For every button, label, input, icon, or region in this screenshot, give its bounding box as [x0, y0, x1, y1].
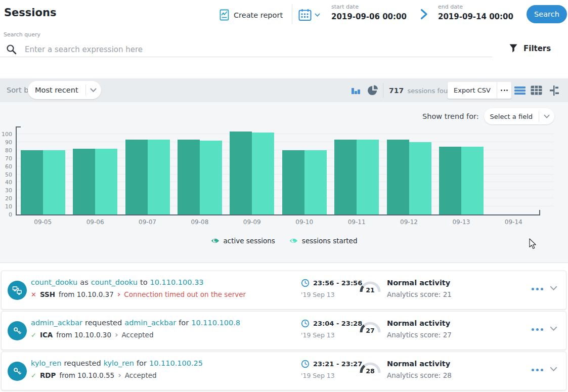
- session-activity: Normal activity Analytics score: 28: [387, 360, 452, 379]
- export-csv-button[interactable]: Export CSV: [448, 86, 497, 94]
- flow-view-icon[interactable]: [548, 85, 559, 96]
- trend-field-select[interactable]: Select a field: [484, 108, 554, 124]
- bar-active-sessions: [387, 140, 409, 214]
- session-activity: Normal activity Analytics score: 21: [387, 279, 452, 298]
- key-icon: [8, 321, 27, 340]
- y-axis-tick-label: 80: [5, 147, 12, 154]
- bar-active-sessions: [73, 149, 95, 214]
- legend-sessions-started[interactable]: sessions started: [289, 237, 358, 245]
- create-report-label: Create report: [234, 11, 283, 19]
- sort-select[interactable]: Most recent: [28, 81, 101, 99]
- activity-label: Normal activity: [387, 319, 452, 327]
- more-actions-button[interactable]: [532, 328, 543, 331]
- session-account-link[interactable]: admin_ackbar: [124, 319, 176, 327]
- header-divider: [292, 4, 292, 24]
- session-target-link[interactable]: 10.110.100.8: [191, 319, 240, 327]
- score-gauge: 27: [359, 320, 382, 341]
- x-axis-tick-label: 09-12: [383, 219, 435, 226]
- more-actions-button[interactable]: [532, 369, 543, 371]
- result-arrow-icon: [115, 331, 118, 339]
- x-axis-tick-label: 09-07: [121, 219, 173, 226]
- session-user-link[interactable]: count_dooku: [31, 278, 77, 286]
- session-time: 23:04 - 23:28 '19 Sep 13: [301, 319, 362, 339]
- end-date-field[interactable]: end date 2019-09-14 00:00: [438, 4, 513, 21]
- x-axis-labels: 09-0509-0609-0709-0809-0909-1009-1109-12…: [17, 219, 540, 227]
- session-verb: requested: [85, 319, 122, 327]
- check-icon: [31, 372, 36, 379]
- y-axis-labels: 0102030405060708090100: [0, 127, 14, 214]
- session-prep: for: [179, 319, 189, 327]
- x-axis-tick-label: 09-05: [17, 219, 69, 226]
- y-axis-tick-label: 100: [2, 131, 12, 138]
- session-result: Accepted: [122, 331, 154, 339]
- bar-sessions-started: [357, 140, 379, 214]
- start-date-label: start date: [331, 4, 407, 10]
- legend-label: active sessions: [224, 237, 275, 245]
- search-bar: [0, 42, 492, 57]
- legend-active-sessions[interactable]: active sessions: [211, 237, 275, 245]
- y-axis-tick-label: 0: [9, 211, 12, 218]
- y-axis-tick-label: 30: [5, 187, 12, 194]
- session-prep: to: [140, 278, 148, 286]
- y-axis-tick-label: 50: [5, 171, 12, 178]
- sort-value: Most recent: [28, 86, 85, 94]
- session-target-link[interactable]: 10.110.100.25: [149, 359, 203, 367]
- x-axis-tick-label: 09-09: [226, 219, 278, 226]
- expand-chevron-icon[interactable]: [550, 286, 557, 291]
- list-view-icon[interactable]: [514, 86, 526, 95]
- search-input[interactable]: [24, 45, 410, 55]
- bar-active-sessions: [230, 132, 252, 214]
- more-actions-button[interactable]: [532, 288, 543, 290]
- session-card[interactable]: kylo_ren requested kylo_ren for 10.110.1…: [1, 352, 566, 390]
- export-group: Export CSV: [448, 82, 511, 99]
- search-query-label: Search query: [4, 31, 40, 38]
- table-view-icon[interactable]: [531, 85, 542, 95]
- filters-button[interactable]: Filters: [509, 43, 551, 53]
- time-range: 23:04 - 23:28: [313, 320, 362, 327]
- bar-chart-view-icon[interactable]: [351, 85, 361, 95]
- calendar-button[interactable]: [298, 9, 320, 21]
- bar-active-sessions: [282, 150, 304, 214]
- trend-field-value: Select a field: [484, 113, 539, 120]
- mouse-cursor: [529, 238, 537, 250]
- activity-label: Normal activity: [387, 360, 452, 368]
- sessions-found-text: 717 sessions found: [389, 86, 456, 95]
- search-button[interactable]: Search: [527, 5, 567, 23]
- trend-chart-section: Show trend for: Select a field 010203040…: [0, 102, 568, 263]
- activity-label: Normal activity: [387, 279, 452, 287]
- expand-chevron-icon[interactable]: [550, 367, 557, 372]
- session-user-link[interactable]: admin_ackbar: [31, 319, 82, 327]
- session-target-link[interactable]: 10.110.100.33: [150, 278, 204, 286]
- time-range: 23:21 - 23:27: [313, 360, 362, 368]
- x-axis-line: [16, 214, 540, 215]
- bar-sessions-started: [252, 133, 274, 214]
- y-axis-tick-label: 70: [5, 155, 12, 162]
- search-icon: [6, 44, 17, 55]
- score-value: 28: [359, 367, 382, 375]
- session-prep: for: [137, 359, 147, 367]
- session-time: 23:21 - 23:27 '19 Sep 13: [301, 360, 362, 379]
- export-more-button[interactable]: [497, 82, 511, 99]
- bar-active-sessions: [334, 140, 357, 214]
- session-protocol: SSH: [40, 290, 55, 298]
- score-value: 27: [359, 327, 382, 334]
- legend-label: sessions started: [302, 237, 358, 245]
- x-axis-tick-label: 09-14: [488, 219, 540, 226]
- pie-chart-view-icon[interactable]: [368, 85, 378, 96]
- session-user-link[interactable]: kylo_ren: [31, 359, 61, 367]
- y-axis-tick-label: 20: [5, 195, 12, 202]
- create-report-button[interactable]: Create report: [220, 9, 283, 21]
- session-card[interactable]: admin_ackbar requested admin_ackbar for …: [1, 311, 566, 350]
- session-card[interactable]: count_dooku as count_dooku to 10.110.100…: [1, 271, 566, 310]
- session-account-link[interactable]: count_dooku: [91, 278, 138, 286]
- clock-icon: [301, 319, 310, 328]
- bar-active-sessions: [439, 147, 461, 214]
- session-from: from 10.10.0.37: [59, 290, 114, 298]
- check-icon: [31, 332, 36, 338]
- y-axis-tick-label: 90: [5, 139, 12, 146]
- session-date: '19 Sep 13: [301, 372, 362, 379]
- expand-chevron-icon[interactable]: [550, 326, 557, 331]
- sessions-found-count: 717: [389, 86, 404, 95]
- session-account-link[interactable]: kylo_ren: [104, 359, 134, 367]
- start-date-field[interactable]: start date 2019-09-06 00:00: [331, 4, 407, 21]
